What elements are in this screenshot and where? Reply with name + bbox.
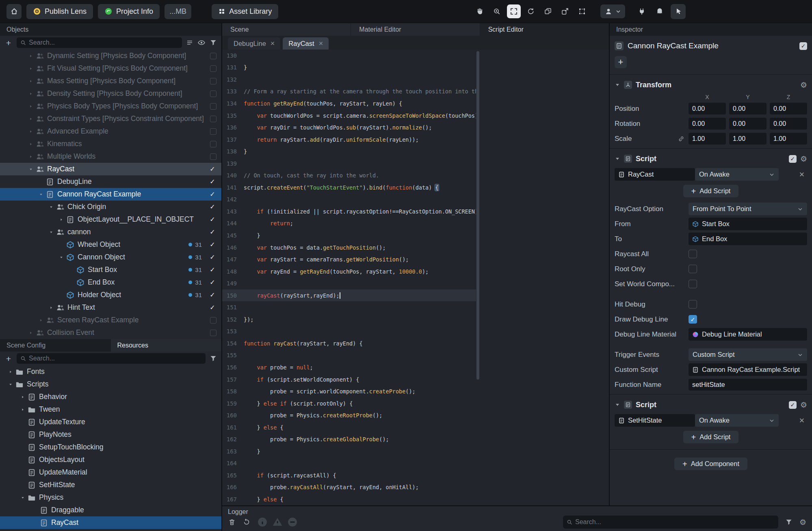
add-resource-button[interactable]: + [4, 354, 13, 363]
code-line-156[interactable]: 156 var probe = null; [222, 361, 476, 373]
add-object-button[interactable]: + [4, 39, 13, 47]
code-line-151[interactable]: 151 [222, 301, 476, 313]
editor-scrollbar[interactable] [476, 50, 480, 505]
expand-arrow[interactable] [26, 79, 36, 83]
gear-icon[interactable]: ⚙ [800, 401, 807, 409]
resources-search-input[interactable] [29, 355, 202, 362]
add-component-button[interactable]: +Add Component [674, 458, 747, 470]
code-line-161[interactable]: 161 } else { [222, 421, 476, 434]
tree-item-sethitstate[interactable]: SetHitState [0, 479, 221, 491]
collapse-arrow[interactable] [6, 382, 15, 386]
code-line-134[interactable]: 134function getRayEnd(touchPos, rayStart… [222, 97, 476, 110]
code-line-147[interactable]: 147 var rayStart = cameraTrans.getWorldP… [222, 253, 476, 266]
code-line-133[interactable]: 133// Form a ray starting at the camera … [222, 86, 476, 98]
expand-arrow[interactable] [56, 218, 66, 222]
debug-line-material-field[interactable]: Debug Line Material [689, 328, 807, 341]
scale-y-input[interactable] [729, 133, 767, 145]
account-button[interactable] [653, 4, 667, 18]
script-asset-field[interactable]: SetHitState [615, 414, 695, 427]
component-enabled-checkbox[interactable]: ✓ [789, 155, 797, 163]
code-line-140[interactable]: 140// On touch, cast the ray into the wo… [222, 169, 476, 181]
tree-item-start-box[interactable]: Start Box31✓ [0, 263, 221, 276]
tree-item-objectlayout-place-in-object[interactable]: ObjectLayout__PLACE_IN_OBJECT✓ [0, 213, 221, 226]
asset-library-button[interactable]: Asset Library [212, 4, 278, 19]
file-tab-debugline[interactable]: DebugLine× [228, 37, 280, 50]
code-line-167[interactable]: 167 } else { [222, 493, 476, 505]
objects-panel-tab[interactable]: Objects [0, 23, 221, 36]
enabled-checkbox[interactable] [210, 91, 217, 97]
root-only-checkbox[interactable] [689, 265, 697, 273]
pair-device-button[interactable] [635, 4, 649, 18]
warning-filter-button[interactable] [272, 517, 283, 527]
from-field[interactable]: Start Box [689, 218, 807, 230]
tree-item-density-setting-physics-body-component[interactable]: Density Setting [Physics Body Component] [0, 87, 221, 100]
add-script-button[interactable]: +Add Script [683, 185, 739, 197]
object-enabled-checkbox[interactable]: ✓ [799, 42, 807, 50]
tree-item-wheel-object[interactable]: Wheel Object31✓ [0, 238, 221, 251]
tree-item-advanced-example[interactable]: Advanced Example [0, 125, 221, 138]
tree-item-updatematerial[interactable]: UpdateMaterial [0, 466, 221, 479]
tree-item-cannon-object[interactable]: Cannon Object31✓ [0, 251, 221, 263]
add-button[interactable]: + [615, 56, 627, 68]
code-line-164[interactable]: 164 [222, 458, 476, 470]
collapse-arrow[interactable] [46, 230, 56, 234]
enabled-checkbox[interactable] [210, 116, 217, 122]
file-tab-raycast[interactable]: RayCast× [283, 37, 329, 50]
trigger-events-dropdown[interactable]: Custom Script [689, 348, 807, 361]
expand-arrow[interactable] [26, 54, 36, 58]
objects-search-input[interactable] [29, 39, 178, 46]
tree-item-scripts[interactable]: Scripts [0, 378, 221, 391]
objects-search[interactable] [17, 37, 182, 48]
remove-script-button[interactable]: × [797, 416, 807, 425]
rotation-y-input[interactable] [729, 118, 767, 130]
code-line-150[interactable]: 150 rayCast(rayStart,rayEnd); [222, 289, 476, 302]
panel-tab-scene-config[interactable]: Scene Config [0, 339, 111, 352]
expand-arrow[interactable] [26, 104, 36, 108]
inspector-panel-tab[interactable]: Inspector [610, 23, 812, 36]
expand-arrow[interactable] [26, 67, 36, 71]
reset-camera-tool-button[interactable] [524, 4, 538, 18]
close-tab-icon[interactable]: × [271, 40, 275, 47]
resources-search[interactable] [17, 353, 206, 364]
expand-arrow[interactable] [26, 117, 36, 121]
position-z-input[interactable] [770, 103, 807, 114]
tree-item-cannon-raycast-example[interactable]: Cannon RayCast Example✓ [0, 188, 221, 201]
code-line-131[interactable]: 131} [222, 62, 476, 74]
expand-arrow[interactable] [26, 142, 36, 146]
tree-item-behavior[interactable]: Behavior [0, 391, 221, 403]
tree-item-collision-event[interactable]: Collision Event [0, 326, 221, 339]
script-trigger-dropdown[interactable]: On Awake [695, 414, 779, 427]
tree-item-end-box[interactable]: End Box31✓ [0, 276, 221, 289]
rotation-z-input[interactable] [770, 118, 807, 130]
add-script-button[interactable]: +Add Script [683, 431, 739, 443]
logger-filter-icon[interactable] [785, 518, 793, 526]
tree-item-playnotes[interactable]: PlayNotes [0, 428, 221, 441]
tree-item-fit-visual-setting-physics-body-component[interactable]: Fit Visual Setting [Physics Body Compone… [0, 62, 221, 75]
enabled-checkbox[interactable]: ✓ [208, 241, 217, 248]
remove-script-button[interactable]: × [797, 170, 807, 179]
code-line-146[interactable]: 146 var touchPos = data.getTouchPosition… [222, 242, 476, 254]
pan-tool-button[interactable] [473, 4, 487, 18]
code-line-138[interactable]: 138} [222, 145, 476, 158]
code-line-158[interactable]: 158 probe = script.worldComponent.create… [222, 385, 476, 397]
code-line-143[interactable]: 143 if (!initialized || script.raycastOp… [222, 205, 476, 218]
enabled-checkbox[interactable]: ✓ [208, 203, 217, 211]
code-line-154[interactable]: 154function rayCast(rayStart, rayEnd) { [222, 337, 476, 350]
collapse-arrow[interactable] [18, 496, 28, 500]
gear-icon[interactable]: ⚙ [800, 155, 807, 163]
tree-item-hint-text[interactable]: Hint Text✓ [0, 301, 221, 314]
tree-item-cannon[interactable]: cannon✓ [0, 226, 221, 238]
code-line-148[interactable]: 148 var rayEnd = getRayEnd(touchPos, ray… [222, 266, 476, 278]
tree-item-updatetexture[interactable]: UpdateTexture [0, 416, 221, 428]
pointer-mode-button[interactable] [671, 4, 686, 19]
component-enabled-checkbox[interactable]: ✓ [789, 401, 797, 409]
project-size-button[interactable]: ...MB [165, 4, 191, 19]
expand-arrow[interactable] [26, 92, 36, 96]
publish-lens-button[interactable]: Publish Lens [26, 4, 93, 19]
section-transform-header[interactable]: Transform⚙ [615, 77, 807, 93]
stretch-tool-button[interactable] [507, 4, 521, 18]
panel-tab-resources[interactable]: Resources [111, 339, 222, 352]
expand-arrow[interactable] [26, 331, 36, 335]
tree-item-mass-setting-physics-body-component[interactable]: Mass Setting [Physics Body Component] [0, 75, 221, 87]
position-x-input[interactable] [689, 103, 726, 114]
